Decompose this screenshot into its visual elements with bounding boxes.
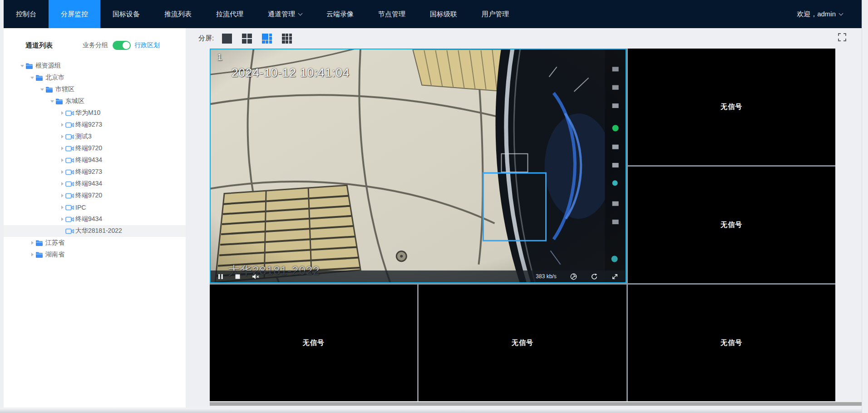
split-1-button[interactable]	[222, 34, 232, 44]
caret-down-icon[interactable]	[49, 100, 55, 103]
nav-item-label: 云端录像	[326, 10, 354, 19]
tree-node-label: 终端9434	[75, 156, 102, 164]
business-group-label: 业务分组	[83, 41, 108, 49]
user-menu[interactable]: 欢迎，admin	[797, 0, 862, 28]
split-pane	[262, 34, 268, 40]
nav-item[interactable]: 用户管理	[469, 0, 521, 28]
camera-icon	[65, 205, 74, 211]
pause-button[interactable]	[218, 274, 223, 280]
caret-right-icon[interactable]	[59, 182, 65, 186]
tree-node-folder[interactable]: 东城区	[4, 95, 186, 107]
caret-right-icon[interactable]	[59, 194, 65, 197]
nav-item[interactable]: 节点管理	[366, 0, 418, 28]
tree-node-label: 江苏省	[45, 239, 64, 247]
video-cell-empty[interactable]: 无信号	[628, 167, 835, 283]
split-9-button[interactable]	[282, 34, 292, 44]
caret-right-icon[interactable]	[59, 135, 65, 138]
tree-node-channel[interactable]: 终端9434	[4, 178, 186, 190]
caret-right-icon[interactable]	[59, 158, 65, 162]
split-pane	[262, 40, 265, 43]
camera-icon-wrap	[65, 205, 75, 211]
video-cell-empty[interactable]: 无信号	[419, 285, 626, 401]
tree-node-folder[interactable]: 根资源组	[4, 60, 186, 72]
folder-icon-wrap	[25, 63, 35, 69]
caret-right-icon[interactable]	[59, 123, 65, 127]
refresh-button[interactable]	[591, 273, 598, 280]
nav-item[interactable]: 拉流代理	[204, 0, 256, 28]
caret-right-icon[interactable]	[59, 217, 65, 221]
nav-item[interactable]: 云端录像	[314, 0, 366, 28]
split-6-button[interactable]	[262, 34, 272, 44]
nav-item[interactable]: 通道管理	[256, 0, 314, 28]
channel-sidebar: 通道列表 业务分组 行政区划 根资源组北京市市辖区东城区华为M10终端9273测…	[4, 28, 186, 408]
split-toolbar: 分屏:	[198, 28, 302, 49]
tree-node-channel[interactable]: 测试3	[4, 131, 186, 143]
caret-right-icon[interactable]	[29, 253, 35, 256]
split-pane	[269, 34, 272, 36]
video-cell-active[interactable]: 1 2024-10-12 10:41:04 大华28181-2022 383 k…	[210, 49, 626, 283]
caret-right-icon[interactable]	[59, 147, 65, 150]
tree-node-channel[interactable]: 终端9720	[4, 190, 186, 202]
nav-item[interactable]: 推流列表	[152, 0, 204, 28]
tree-node-folder[interactable]: 市辖区	[4, 84, 186, 95]
tree-node-channel[interactable]: IPC	[4, 202, 186, 213]
group-mode-toggle[interactable]	[113, 41, 131, 50]
caret-right-icon[interactable]	[59, 111, 65, 115]
tree-node-channel[interactable]: 终端9273	[4, 166, 186, 178]
folder-icon	[55, 98, 63, 105]
camera-icon	[65, 134, 74, 140]
video-cell-empty[interactable]: 无信号	[210, 285, 417, 401]
chevron-down-icon	[839, 11, 843, 15]
tree-node-channel[interactable]: 终端9434	[4, 213, 186, 225]
vertical-scrollbar[interactable]	[862, 0, 868, 413]
camera-icon	[65, 157, 74, 163]
nav-item[interactable]: 国标级联	[418, 0, 469, 28]
expand-button[interactable]	[612, 273, 618, 280]
folder-icon-wrap	[55, 98, 65, 105]
tree-node-channel[interactable]: 大华28181-2022	[4, 225, 186, 237]
caret-down-icon[interactable]	[29, 77, 35, 79]
tree-node-label: 终端9273	[75, 168, 102, 176]
nav-item[interactable]: 分屏监控	[49, 0, 100, 28]
tree-node-channel[interactable]: 终端9720	[4, 143, 186, 154]
tree-node-channel[interactable]: 终端9273	[4, 119, 186, 131]
video-cell-empty[interactable]: 无信号	[628, 285, 835, 401]
caret-down-icon[interactable]	[39, 88, 45, 91]
nav-item[interactable]: 控制台	[4, 0, 49, 28]
stop-button[interactable]	[235, 274, 240, 279]
no-signal-text: 无信号	[303, 339, 325, 347]
tree-node-label: 东城区	[65, 97, 84, 105]
snapshot-button[interactable]	[570, 273, 577, 280]
nav-item[interactable]: 国标设备	[100, 0, 152, 28]
tree-node-label: 终端9720	[75, 144, 102, 152]
nav-item-label: 推流列表	[164, 10, 192, 19]
fullscreen-button[interactable]	[838, 33, 847, 42]
split-pane	[286, 34, 288, 36]
tree-node-label: 市辖区	[55, 85, 74, 93]
camera-icon	[65, 216, 74, 222]
caret-right-icon[interactable]	[29, 241, 35, 245]
split-options	[222, 34, 302, 44]
split-pane	[222, 34, 232, 44]
camera-icon-wrap	[65, 181, 75, 187]
caret-right-icon[interactable]	[59, 170, 65, 174]
split-pane	[282, 40, 285, 43]
mute-toggle-button[interactable]	[252, 274, 260, 280]
tree-node-folder[interactable]: 湖南省	[4, 249, 186, 261]
split-pane	[282, 34, 285, 36]
tree-node-channel[interactable]: 终端9434	[4, 154, 186, 166]
folder-icon	[25, 63, 33, 69]
split-4-button[interactable]	[242, 34, 252, 44]
tree-node-label: 终端9720	[75, 192, 102, 200]
video-cell-empty[interactable]: 无信号	[628, 49, 835, 165]
tree-node-folder[interactable]: 江苏省	[4, 237, 186, 249]
caret-down-icon[interactable]	[19, 65, 25, 67]
tree-node-folder[interactable]: 北京市	[4, 72, 186, 84]
tree-node-channel[interactable]: 华为M10	[4, 107, 186, 119]
tree-node-label: 终端9434	[75, 215, 102, 223]
caret-right-icon[interactable]	[59, 206, 65, 209]
split-pane	[289, 37, 292, 39]
horizontal-scrollbar[interactable]	[210, 402, 862, 406]
admin-region-link[interactable]: 行政区划	[134, 41, 160, 49]
folder-icon	[35, 240, 43, 246]
